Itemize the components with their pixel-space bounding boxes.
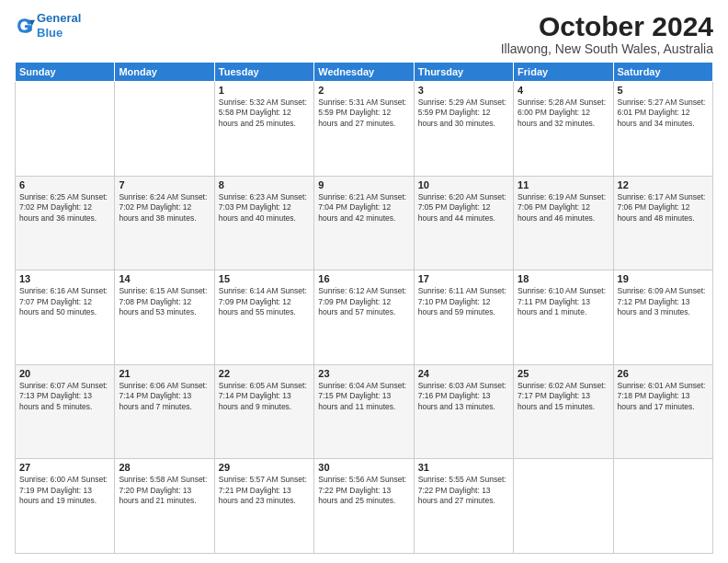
calendar-cell	[613, 459, 712, 554]
day-number: 15	[219, 273, 310, 284]
day-info: Sunrise: 6:12 AM Sunset: 7:09 PM Dayligh…	[318, 286, 409, 317]
day-info: Sunrise: 6:04 AM Sunset: 7:15 PM Dayligh…	[318, 381, 409, 412]
day-info: Sunrise: 6:23 AM Sunset: 7:03 PM Dayligh…	[219, 192, 310, 224]
day-number: 1	[219, 85, 310, 96]
day-number: 30	[318, 462, 409, 473]
day-number: 11	[518, 179, 609, 190]
calendar-cell: 9Sunrise: 6:21 AM Sunset: 7:04 PM Daylig…	[314, 176, 414, 270]
day-number: 9	[318, 179, 409, 190]
calendar-cell: 20Sunrise: 6:07 AM Sunset: 7:13 PM Dayli…	[16, 364, 115, 459]
calendar-cell: 21Sunrise: 6:06 AM Sunset: 7:14 PM Dayli…	[115, 364, 214, 459]
day-info: Sunrise: 6:11 AM Sunset: 7:10 PM Dayligh…	[418, 286, 509, 317]
calendar-cell: 16Sunrise: 6:12 AM Sunset: 7:09 PM Dayli…	[314, 270, 414, 365]
logo: General Blue	[15, 11, 81, 40]
calendar-cell	[115, 82, 214, 177]
calendar-cell: 24Sunrise: 6:03 AM Sunset: 7:16 PM Dayli…	[414, 364, 513, 459]
calendar-cell: 6Sunrise: 6:25 AM Sunset: 7:02 PM Daylig…	[16, 176, 115, 270]
day-number: 10	[418, 179, 509, 190]
day-number: 28	[119, 462, 210, 473]
title-block: October 2024 Illawong, New South Wales, …	[501, 11, 713, 56]
calendar-cell	[514, 459, 613, 554]
day-info: Sunrise: 5:56 AM Sunset: 7:22 PM Dayligh…	[318, 475, 409, 506]
day-number: 25	[518, 368, 609, 379]
day-info: Sunrise: 6:16 AM Sunset: 7:07 PM Dayligh…	[19, 286, 110, 317]
calendar-cell: 12Sunrise: 6:17 AM Sunset: 7:06 PM Dayli…	[613, 176, 712, 270]
day-info: Sunrise: 5:32 AM Sunset: 5:58 PM Dayligh…	[219, 98, 310, 129]
day-number: 23	[318, 368, 409, 379]
header: General Blue October 2024 Illawong, New …	[15, 11, 713, 56]
calendar-table: Sunday Monday Tuesday Wednesday Thursday…	[15, 62, 713, 554]
day-number: 19	[618, 273, 709, 284]
logo-blue: Blue	[37, 26, 63, 40]
day-number: 6	[19, 179, 110, 190]
day-number: 5	[618, 85, 709, 96]
day-number: 27	[19, 462, 110, 473]
logo-text: General Blue	[37, 11, 81, 40]
day-info: Sunrise: 5:27 AM Sunset: 6:01 PM Dayligh…	[618, 98, 709, 129]
day-number: 3	[418, 85, 509, 96]
calendar-cell: 28Sunrise: 5:58 AM Sunset: 7:20 PM Dayli…	[115, 459, 214, 554]
calendar-week-4: 27Sunrise: 6:00 AM Sunset: 7:19 PM Dayli…	[16, 459, 713, 554]
day-number: 7	[119, 179, 210, 190]
calendar-cell: 22Sunrise: 6:05 AM Sunset: 7:14 PM Dayli…	[214, 364, 313, 459]
calendar-week-2: 13Sunrise: 6:16 AM Sunset: 7:07 PM Dayli…	[16, 270, 713, 365]
calendar-cell: 5Sunrise: 5:27 AM Sunset: 6:01 PM Daylig…	[613, 82, 712, 177]
calendar-cell: 7Sunrise: 6:24 AM Sunset: 7:02 PM Daylig…	[115, 176, 214, 270]
calendar-cell: 18Sunrise: 6:10 AM Sunset: 7:11 PM Dayli…	[514, 270, 613, 365]
day-info: Sunrise: 5:28 AM Sunset: 6:00 PM Dayligh…	[518, 98, 609, 129]
day-info: Sunrise: 5:58 AM Sunset: 7:20 PM Dayligh…	[119, 475, 210, 506]
calendar-cell: 25Sunrise: 6:02 AM Sunset: 7:17 PM Dayli…	[514, 364, 613, 459]
header-wednesday: Wednesday	[314, 63, 414, 82]
day-info: Sunrise: 6:10 AM Sunset: 7:11 PM Dayligh…	[518, 286, 609, 317]
day-info: Sunrise: 6:20 AM Sunset: 7:05 PM Dayligh…	[418, 192, 509, 224]
day-info: Sunrise: 6:05 AM Sunset: 7:14 PM Dayligh…	[219, 381, 310, 412]
day-number: 21	[119, 368, 210, 379]
calendar-week-0: 1Sunrise: 5:32 AM Sunset: 5:58 PM Daylig…	[16, 82, 713, 177]
day-number: 16	[318, 273, 409, 284]
day-info: Sunrise: 6:25 AM Sunset: 7:02 PM Dayligh…	[19, 192, 110, 224]
calendar-cell	[16, 82, 115, 177]
day-number: 18	[518, 273, 609, 284]
day-info: Sunrise: 6:00 AM Sunset: 7:19 PM Dayligh…	[19, 475, 110, 506]
calendar-cell: 11Sunrise: 6:19 AM Sunset: 7:06 PM Dayli…	[514, 176, 613, 270]
header-monday: Monday	[115, 63, 214, 82]
calendar-cell: 8Sunrise: 6:23 AM Sunset: 7:03 PM Daylig…	[214, 176, 313, 270]
day-number: 29	[219, 462, 310, 473]
day-number: 2	[318, 85, 409, 96]
header-sunday: Sunday	[16, 63, 115, 82]
calendar-cell: 10Sunrise: 6:20 AM Sunset: 7:05 PM Dayli…	[414, 176, 513, 270]
day-info: Sunrise: 6:01 AM Sunset: 7:18 PM Dayligh…	[618, 381, 709, 412]
calendar-cell: 2Sunrise: 5:31 AM Sunset: 5:59 PM Daylig…	[314, 82, 414, 177]
calendar-cell: 17Sunrise: 6:11 AM Sunset: 7:10 PM Dayli…	[414, 270, 513, 365]
calendar-cell: 1Sunrise: 5:32 AM Sunset: 5:58 PM Daylig…	[214, 82, 313, 177]
calendar-week-3: 20Sunrise: 6:07 AM Sunset: 7:13 PM Dayli…	[16, 364, 713, 459]
calendar-cell: 23Sunrise: 6:04 AM Sunset: 7:15 PM Dayli…	[314, 364, 414, 459]
header-tuesday: Tuesday	[214, 63, 313, 82]
calendar-cell: 3Sunrise: 5:29 AM Sunset: 5:59 PM Daylig…	[414, 82, 513, 177]
calendar-cell: 31Sunrise: 5:55 AM Sunset: 7:22 PM Dayli…	[414, 459, 513, 554]
calendar-header-row: Sunday Monday Tuesday Wednesday Thursday…	[16, 63, 713, 82]
day-info: Sunrise: 6:07 AM Sunset: 7:13 PM Dayligh…	[19, 381, 110, 412]
day-number: 24	[418, 368, 509, 379]
day-number: 22	[219, 368, 310, 379]
day-info: Sunrise: 5:31 AM Sunset: 5:59 PM Dayligh…	[318, 98, 409, 129]
day-info: Sunrise: 6:09 AM Sunset: 7:12 PM Dayligh…	[618, 286, 709, 317]
header-saturday: Saturday	[613, 63, 712, 82]
header-thursday: Thursday	[414, 63, 513, 82]
calendar-cell: 30Sunrise: 5:56 AM Sunset: 7:22 PM Dayli…	[314, 459, 414, 554]
day-number: 14	[119, 273, 210, 284]
calendar-cell: 13Sunrise: 6:16 AM Sunset: 7:07 PM Dayli…	[16, 270, 115, 365]
month-title: October 2024	[501, 11, 713, 41]
day-info: Sunrise: 5:55 AM Sunset: 7:22 PM Dayligh…	[418, 475, 509, 506]
day-info: Sunrise: 6:02 AM Sunset: 7:17 PM Dayligh…	[518, 381, 609, 412]
calendar-cell: 26Sunrise: 6:01 AM Sunset: 7:18 PM Dayli…	[613, 364, 712, 459]
day-number: 12	[618, 179, 709, 190]
logo-icon	[15, 16, 35, 36]
header-friday: Friday	[514, 63, 613, 82]
day-info: Sunrise: 5:29 AM Sunset: 5:59 PM Dayligh…	[418, 98, 509, 129]
day-number: 8	[219, 179, 310, 190]
day-number: 20	[19, 368, 110, 379]
day-info: Sunrise: 6:24 AM Sunset: 7:02 PM Dayligh…	[119, 192, 210, 224]
day-info: Sunrise: 6:19 AM Sunset: 7:06 PM Dayligh…	[518, 192, 609, 224]
calendar-cell: 29Sunrise: 5:57 AM Sunset: 7:21 PM Dayli…	[214, 459, 313, 554]
